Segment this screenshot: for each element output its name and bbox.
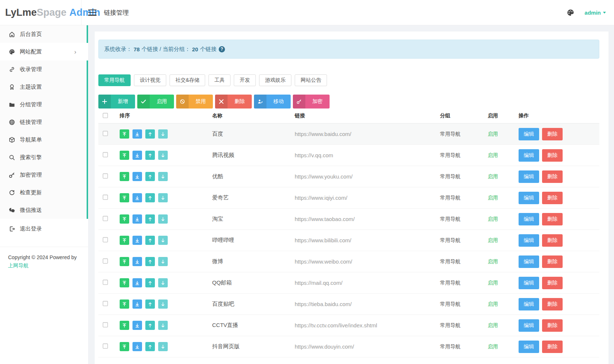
delete-button[interactable]: 删除 <box>542 213 563 225</box>
sort-up-button[interactable] <box>145 193 155 202</box>
delete-button[interactable]: 删除 <box>542 170 563 183</box>
edit-button[interactable]: 编辑 <box>519 341 539 353</box>
sort-down-button[interactable] <box>158 214 168 224</box>
sort-bottom-button[interactable] <box>132 299 142 309</box>
group-tab[interactable]: 游戏娱乐 <box>259 74 291 86</box>
sort-up-button[interactable] <box>145 321 155 330</box>
edit-button[interactable]: 编辑 <box>519 213 539 225</box>
delete-button[interactable]: 删除 <box>542 319 563 332</box>
sort-bottom-button[interactable] <box>132 236 142 245</box>
toolbar-button[interactable]: 禁用 <box>176 95 213 109</box>
sort-bottom-button[interactable] <box>132 257 142 266</box>
sort-top-button[interactable] <box>120 321 129 330</box>
delete-button[interactable]: 删除 <box>542 128 563 140</box>
row-checkbox[interactable] <box>103 343 108 349</box>
sort-down-button[interactable] <box>158 172 168 181</box>
sidebar-item[interactable]: 后台首页 <box>0 25 88 43</box>
sort-top-button[interactable] <box>120 278 129 287</box>
sort-bottom-button[interactable] <box>132 342 142 351</box>
sort-top-button[interactable] <box>120 257 129 266</box>
sort-down-button[interactable] <box>158 257 168 266</box>
sort-bottom-button[interactable] <box>132 129 142 139</box>
group-tab[interactable]: 常用导航 <box>98 74 131 86</box>
toolbar-button[interactable]: 启用 <box>137 95 174 109</box>
palette-icon[interactable] <box>567 9 574 16</box>
group-tab[interactable]: 网站公告 <box>295 74 327 86</box>
delete-button[interactable]: 删除 <box>542 192 563 204</box>
row-checkbox[interactable] <box>103 131 108 136</box>
sidebar-item[interactable]: 加密管理 <box>0 166 88 184</box>
sort-down-button[interactable] <box>158 342 168 351</box>
sort-up-button[interactable] <box>145 342 155 351</box>
sort-top-button[interactable] <box>120 193 129 202</box>
sidebar-item-logout[interactable]: 退出登录 <box>0 220 88 238</box>
sort-top-button[interactable] <box>120 172 129 181</box>
sort-up-button[interactable] <box>145 151 155 160</box>
edit-button[interactable]: 编辑 <box>519 277 539 289</box>
group-tab[interactable]: 工具 <box>208 74 230 86</box>
sort-down-button[interactable] <box>158 278 168 287</box>
sort-down-button[interactable] <box>158 129 168 139</box>
sort-top-button[interactable] <box>120 236 129 245</box>
row-checkbox[interactable] <box>103 237 108 242</box>
delete-button[interactable]: 删除 <box>542 234 563 247</box>
row-checkbox[interactable] <box>103 173 108 179</box>
sort-bottom-button[interactable] <box>132 278 142 287</box>
row-checkbox[interactable] <box>103 195 108 200</box>
sort-up-button[interactable] <box>145 257 155 266</box>
sort-down-button[interactable] <box>158 236 168 245</box>
sort-top-button[interactable] <box>120 342 129 351</box>
group-tab[interactable]: 开发 <box>234 74 256 86</box>
delete-button[interactable]: 删除 <box>542 149 563 162</box>
user-dropdown[interactable]: admin <box>585 10 606 16</box>
select-all-checkbox[interactable] <box>103 113 108 118</box>
sort-bottom-button[interactable] <box>132 172 142 181</box>
delete-button[interactable]: 删除 <box>542 298 563 310</box>
row-checkbox[interactable] <box>103 258 108 264</box>
toolbar-button[interactable]: 移动 <box>254 95 291 109</box>
edit-button[interactable]: 编辑 <box>519 149 539 162</box>
sort-up-button[interactable] <box>145 236 155 245</box>
sidebar-item[interactable]: 搜索引擎 <box>0 148 88 166</box>
menu-toggle-icon[interactable] <box>88 10 97 16</box>
sidebar-item[interactable]: 链接管理 <box>0 113 88 131</box>
row-checkbox[interactable] <box>103 280 108 285</box>
sidebar-item[interactable]: 网站配置 <box>0 43 88 60</box>
delete-button[interactable]: 删除 <box>542 277 563 289</box>
sort-top-button[interactable] <box>120 129 129 139</box>
sidebar-item[interactable]: 微信推送 <box>0 201 88 219</box>
edit-button[interactable]: 编辑 <box>519 319 539 332</box>
toolbar-button[interactable]: 新增 <box>98 95 135 109</box>
sidebar-item[interactable]: 分组管理 <box>0 96 88 113</box>
sort-up-button[interactable] <box>145 214 155 224</box>
edit-button[interactable]: 编辑 <box>519 192 539 204</box>
edit-button[interactable]: 编辑 <box>519 255 539 268</box>
sort-bottom-button[interactable] <box>132 193 142 202</box>
sort-bottom-button[interactable] <box>132 151 142 160</box>
sort-top-button[interactable] <box>120 299 129 309</box>
row-checkbox[interactable] <box>103 322 108 327</box>
delete-button[interactable]: 删除 <box>542 341 563 353</box>
sort-up-button[interactable] <box>145 278 155 287</box>
row-checkbox[interactable] <box>103 152 108 157</box>
sort-down-button[interactable] <box>158 321 168 330</box>
edit-button[interactable]: 编辑 <box>519 298 539 310</box>
toolbar-button[interactable]: 加密 <box>293 95 330 109</box>
sort-top-button[interactable] <box>120 151 129 160</box>
sort-down-button[interactable] <box>158 299 168 309</box>
sort-down-button[interactable] <box>158 151 168 160</box>
sidebar-item[interactable]: 导航菜单 <box>0 131 88 148</box>
delete-button[interactable]: 删除 <box>542 255 563 268</box>
sidebar-item[interactable]: 检查更新 <box>0 184 88 201</box>
edit-button[interactable]: 编辑 <box>519 170 539 183</box>
sort-up-button[interactable] <box>145 172 155 181</box>
sidebar-item[interactable]: 收录管理 <box>0 60 88 78</box>
edit-button[interactable]: 编辑 <box>519 234 539 247</box>
group-tab[interactable]: 设计视觉 <box>134 74 166 86</box>
row-checkbox[interactable] <box>103 301 108 306</box>
row-checkbox[interactable] <box>103 216 108 221</box>
sort-up-button[interactable] <box>145 299 155 309</box>
sort-bottom-button[interactable] <box>132 214 142 224</box>
edit-button[interactable]: 编辑 <box>519 128 539 140</box>
sort-top-button[interactable] <box>120 214 129 224</box>
